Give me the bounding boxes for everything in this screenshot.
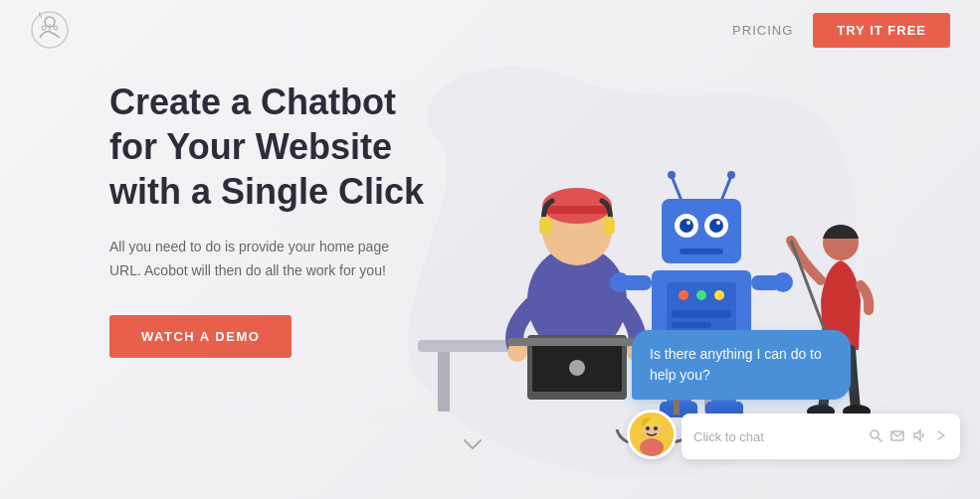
logo-icon xyxy=(30,10,70,50)
svg-point-33 xyxy=(679,290,688,300)
header: PRICING TRY IT FREE xyxy=(0,0,980,60)
chat-bubble: Is there anything I can do to help you? xyxy=(632,330,851,400)
chat-input-bar[interactable]: Click to chat xyxy=(682,414,960,459)
chat-input-placeholder[interactable]: Click to chat xyxy=(693,429,859,444)
chat-icons xyxy=(869,428,948,445)
svg-point-40 xyxy=(610,272,630,292)
svg-marker-63 xyxy=(914,430,920,440)
svg-rect-37 xyxy=(672,322,711,328)
chat-bubble-text: Is there anything I can do to help you? xyxy=(650,346,822,383)
svg-point-34 xyxy=(696,290,706,300)
svg-point-35 xyxy=(714,290,724,300)
svg-point-22 xyxy=(727,171,735,179)
svg-point-28 xyxy=(686,221,690,225)
search-icon[interactable] xyxy=(869,428,882,445)
svg-line-61 xyxy=(879,437,882,441)
headline-line3: with a Single Click xyxy=(109,171,424,212)
arrow-right-icon[interactable] xyxy=(934,428,948,445)
header-right: PRICING TRY IT FREE xyxy=(732,13,950,48)
svg-point-29 xyxy=(716,221,720,225)
robot-illustration xyxy=(602,171,801,449)
scroll-indicator[interactable] xyxy=(458,429,488,459)
headline-line1: Create a Chatbot xyxy=(109,82,396,122)
svg-point-59 xyxy=(640,438,664,456)
svg-rect-30 xyxy=(680,249,723,254)
svg-rect-5 xyxy=(438,352,450,412)
svg-line-21 xyxy=(721,176,731,201)
svg-point-60 xyxy=(871,430,879,438)
svg-point-27 xyxy=(709,219,723,233)
hero-subtext: All you need to do is provide your home … xyxy=(109,236,408,283)
svg-point-58 xyxy=(654,426,658,430)
watch-demo-button[interactable]: WATCH A DEMO xyxy=(109,315,292,358)
headline-line2: for Your Website xyxy=(109,126,392,167)
svg-line-19 xyxy=(672,176,682,201)
svg-point-20 xyxy=(668,171,676,179)
svg-point-17 xyxy=(569,360,585,376)
svg-point-2 xyxy=(42,26,46,30)
hero-content: Create a Chatbot for Your Website with a… xyxy=(109,80,468,358)
try-it-free-button[interactable]: TRY IT FREE xyxy=(813,13,950,48)
hero-headline: Create a Chatbot for Your Website with a… xyxy=(109,80,468,214)
chat-avatar xyxy=(627,410,677,459)
svg-rect-11 xyxy=(539,217,551,235)
mail-icon[interactable] xyxy=(890,428,904,445)
svg-rect-36 xyxy=(672,310,731,318)
pricing-link[interactable]: PRICING xyxy=(732,23,793,38)
svg-point-57 xyxy=(646,426,650,430)
volume-icon[interactable] xyxy=(912,428,926,445)
svg-point-26 xyxy=(680,219,693,233)
svg-point-3 xyxy=(54,26,58,30)
logo-area xyxy=(30,10,70,50)
